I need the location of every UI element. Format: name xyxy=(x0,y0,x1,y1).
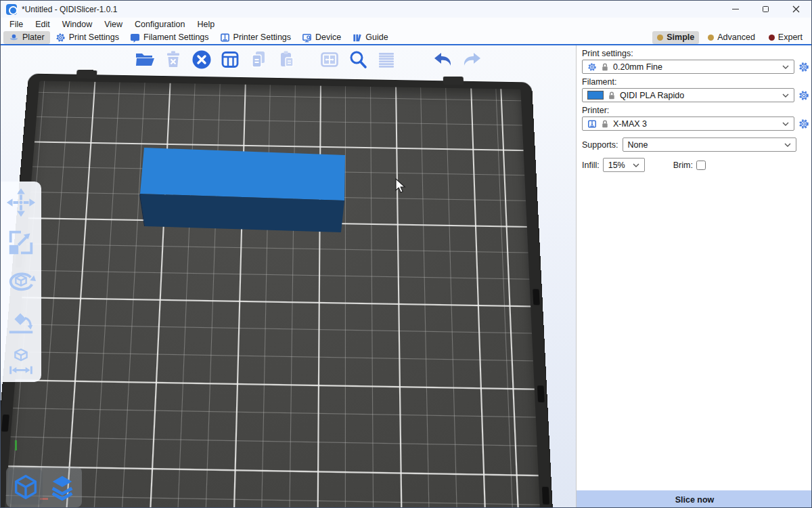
printer-label: Printer: xyxy=(582,106,807,115)
slice-now-button[interactable]: Slice now xyxy=(577,490,812,508)
place-on-face-tool[interactable] xyxy=(5,306,37,337)
slice-now-label: Slice now xyxy=(675,495,715,505)
infill-dropdown[interactable]: 15% xyxy=(603,158,645,172)
mode-expert[interactable]: Expert xyxy=(764,31,807,44)
tab-label: Device xyxy=(315,33,341,42)
edit-filament-button[interactable] xyxy=(798,89,810,102)
bed-grid xyxy=(1,81,556,508)
tab-label: Filament Settings xyxy=(143,33,209,42)
move-tool[interactable] xyxy=(5,187,37,218)
3d-viewport[interactable] xyxy=(1,45,576,508)
chevron-down-icon xyxy=(784,143,791,147)
tab-guide[interactable]: Guide xyxy=(346,31,393,44)
menu-bar: File Edit Window View Configuration Help xyxy=(1,18,811,30)
tab-label: Printer Settings xyxy=(233,33,291,42)
brim-label: Brim: xyxy=(673,161,693,170)
undo-button[interactable] xyxy=(432,48,454,70)
tab-filament-settings[interactable]: Filament Settings xyxy=(125,31,215,44)
guide-books-icon xyxy=(352,33,362,43)
filament-label: Filament: xyxy=(582,77,807,87)
menu-window[interactable]: Window xyxy=(56,19,98,30)
filament-value: QIDI PLA Rapido xyxy=(620,91,684,100)
gear-icon xyxy=(798,119,809,129)
search-button[interactable] xyxy=(346,48,369,70)
move-icon xyxy=(5,187,37,218)
edit-printer-button[interactable] xyxy=(798,118,810,130)
menu-edit[interactable]: Edit xyxy=(29,19,56,30)
copy-icon xyxy=(248,49,269,70)
bed-tab xyxy=(443,77,464,85)
bed-clip xyxy=(537,385,545,402)
split-objects-button[interactable] xyxy=(318,48,340,70)
mode-advanced[interactable]: Advanced xyxy=(703,31,760,44)
menu-file[interactable]: File xyxy=(3,19,29,30)
supports-dropdown[interactable]: None xyxy=(623,137,796,152)
settings-sidebar: Print settings: 0.20mm Fine xyxy=(576,45,812,508)
menu-configuration[interactable]: Configuration xyxy=(129,19,191,30)
3d-editor-view-button[interactable] xyxy=(9,469,43,505)
simple-dot-icon xyxy=(657,35,663,41)
preview-layers-icon xyxy=(48,473,76,501)
gear-icon xyxy=(587,62,597,72)
y-axis-indicator xyxy=(15,440,17,450)
print-settings-dropdown[interactable]: 0.20mm Fine xyxy=(582,60,794,74)
mode-label: Advanced xyxy=(717,33,755,42)
print-settings-label: Print settings: xyxy=(582,49,807,58)
measure-tool[interactable] xyxy=(5,345,37,377)
menu-view[interactable]: View xyxy=(98,19,129,30)
chevron-down-icon xyxy=(633,163,639,167)
layers-icon xyxy=(376,49,397,70)
close-button[interactable] xyxy=(781,1,811,18)
bed-tab xyxy=(76,70,97,79)
arrange-icon xyxy=(219,49,241,70)
bed-clip xyxy=(542,487,549,505)
edit-print-settings-button[interactable] xyxy=(798,61,810,73)
open-button[interactable] xyxy=(133,48,156,70)
print-bed xyxy=(1,75,570,508)
preview-layers-button[interactable] xyxy=(45,469,79,505)
lock-icon xyxy=(601,62,609,72)
bed-clip xyxy=(1,415,9,431)
maximize-button[interactable] xyxy=(750,1,781,18)
tab-device[interactable]: Device xyxy=(296,31,346,44)
bed-clip xyxy=(533,289,540,305)
filament-dropdown[interactable]: QIDI PLA Rapido xyxy=(582,88,794,102)
minimize-button[interactable] xyxy=(720,1,750,18)
redo-icon xyxy=(461,49,482,70)
filament-icon xyxy=(130,33,140,43)
menu-help[interactable]: Help xyxy=(191,19,221,30)
paste-button[interactable] xyxy=(275,48,298,70)
plater-icon xyxy=(9,33,19,43)
title-bar: *Untitled - QIDISlicer-1.0.1 xyxy=(1,1,811,18)
printer-dropdown[interactable]: X-MAX 3 xyxy=(582,117,794,131)
search-icon xyxy=(347,49,369,70)
mode-label: Simple xyxy=(667,33,694,42)
lock-icon xyxy=(601,119,609,129)
gear-icon xyxy=(55,33,66,43)
maximize-icon xyxy=(763,6,769,12)
brim-checkbox[interactable] xyxy=(696,161,706,170)
delete-all-button[interactable] xyxy=(190,48,212,70)
infill-label: Infill: xyxy=(582,161,600,170)
open-folder-icon xyxy=(134,49,156,70)
copy-button[interactable] xyxy=(247,48,269,70)
redo-button[interactable] xyxy=(460,48,482,70)
split-objects-icon xyxy=(319,49,340,70)
tab-printer-settings[interactable]: Printer Settings xyxy=(215,31,296,44)
chevron-down-icon xyxy=(782,65,789,69)
view-mode-switcher xyxy=(6,467,82,507)
delete-button[interactable] xyxy=(162,48,184,70)
arrange-button[interactable] xyxy=(219,48,241,70)
mouse-cursor xyxy=(395,178,409,194)
delete-all-icon xyxy=(191,49,212,70)
rotate-icon xyxy=(5,266,37,297)
variable-layer-height-button[interactable] xyxy=(375,48,397,70)
tab-print-settings[interactable]: Print Settings xyxy=(50,31,125,44)
mode-simple[interactable]: Simple xyxy=(652,31,699,44)
scale-tool[interactable] xyxy=(5,227,37,258)
rotate-tool[interactable] xyxy=(5,266,37,297)
close-icon xyxy=(792,5,800,13)
tab-bar: Plater Print Settings Filament Settings … xyxy=(1,30,811,45)
app-logo-icon xyxy=(6,4,17,15)
tab-plater[interactable]: Plater xyxy=(3,31,50,44)
